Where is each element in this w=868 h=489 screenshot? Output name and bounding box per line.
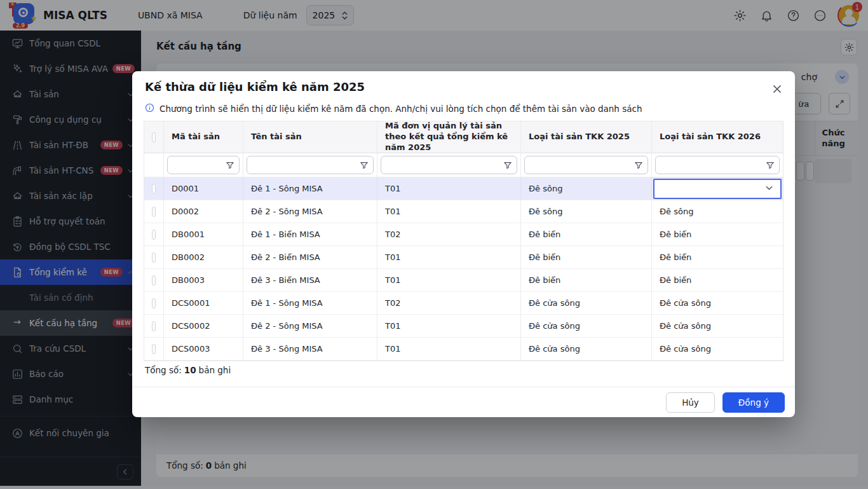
modal-title: Kế thừa dữ liệu kiểm kê năm 2025 <box>145 80 365 93</box>
row-checkbox[interactable] <box>152 344 156 354</box>
cell-asset-code: DCS0003 <box>164 338 243 360</box>
table-row[interactable]: DB0001 Đê 1 - Biển MISA T02 Đê biển Đê b… <box>144 223 783 246</box>
cell-asset-code: D0001 <box>164 177 243 200</box>
row-checkbox[interactable] <box>152 298 156 308</box>
cell-type-2026: Đê cửa sông <box>652 315 783 337</box>
modal-total: Tổng số: 10 bản ghi <box>145 365 231 375</box>
filter-cell <box>521 153 652 177</box>
row-checkbox[interactable] <box>152 184 156 194</box>
cell-asset-name: Đê 2 - Sông MISA <box>243 200 377 223</box>
cell-type-2025: Đê biển <box>521 223 652 245</box>
cell-asset-name: Đê 1 - Sông MISA <box>243 292 377 314</box>
cell-type-2026: Đê cửa sông <box>652 292 783 314</box>
cell-asset-name: Đê 2 - Biển MISA <box>243 246 377 268</box>
cell-type-2026: Đê biển <box>652 269 783 291</box>
table-row[interactable]: D0001 Đê 1 - Sông MISA T01 Đê sông <box>144 177 783 200</box>
cell-asset-name: Đê 1 - Sông MISA <box>243 177 377 200</box>
funnel-icon[interactable] <box>499 156 517 174</box>
cell-type-2025: Đê sông <box>521 200 652 223</box>
inherit-table: Mã tài sảnTên tài sảnMã đơn vị quản lý t… <box>144 121 783 361</box>
cell-type-2025: Đê cửa sông <box>521 338 652 360</box>
cell-type-2026: Đê biển <box>652 223 783 245</box>
cell-type-2025: Đê cửa sông <box>521 292 652 314</box>
info-icon <box>145 103 154 114</box>
cell-unit-code: T01 <box>377 246 521 268</box>
cell-unit-code: T01 <box>377 269 521 291</box>
cell-type-2026: Đê sông <box>652 200 783 223</box>
table-row[interactable]: D0002 Đê 2 - Sông MISA T01 Đê sông Đê sô… <box>144 200 783 223</box>
cell-asset-code: DCS0001 <box>164 292 243 314</box>
table-row[interactable]: DCS0001 Đê 1 - Sông MISA T02 Đê cửa sông… <box>144 292 783 315</box>
filter-input[interactable] <box>381 156 499 174</box>
cell-unit-code: T01 <box>377 315 521 337</box>
cell-asset-name: Đê 3 - Sông MISA <box>243 338 377 360</box>
row-checkbox[interactable] <box>152 207 156 217</box>
cell-asset-code: D0002 <box>164 200 243 223</box>
column-header: Mã đơn vị quản lý tài sản theo kết quả t… <box>377 121 521 153</box>
cell-type-2026: Đê biển <box>652 246 783 268</box>
cell-type-2025: Đê cửa sông <box>521 315 652 337</box>
filter-input[interactable] <box>247 156 355 174</box>
funnel-icon[interactable] <box>221 156 239 174</box>
column-header: Mã tài sản <box>164 121 243 153</box>
cell-asset-code: DB0001 <box>164 223 243 245</box>
modal-info-text: Chương trình sẽ hiển thị dữ liệu kiểm kê… <box>159 104 642 114</box>
table-row[interactable]: DCS0003 Đê 3 - Sông MISA T01 Đê cửa sông… <box>144 338 783 361</box>
row-checkbox[interactable] <box>152 321 156 331</box>
cell-asset-code: DB0003 <box>164 269 243 291</box>
filter-cell <box>243 153 377 177</box>
row-checkbox[interactable] <box>152 230 156 240</box>
funnel-icon[interactable] <box>355 156 373 174</box>
column-header: Tên tài sản <box>243 121 377 153</box>
cancel-button[interactable]: Hủy <box>666 392 715 413</box>
filter-input[interactable] <box>525 156 630 174</box>
cell-asset-name: Đê 3 - Biển MISA <box>243 269 377 291</box>
cell-type-2026: Đê cửa sông <box>652 338 783 360</box>
dropdown-chevron-icon <box>764 183 774 195</box>
cell-type-2025: Đê biển <box>521 269 652 291</box>
cell-type-2026 <box>652 177 783 200</box>
cell-unit-code: T01 <box>377 338 521 360</box>
modal-total-value: 10 <box>184 365 196 375</box>
filter-input[interactable] <box>656 156 761 174</box>
cell-asset-code: DB0002 <box>164 246 243 268</box>
funnel-icon[interactable] <box>761 156 779 174</box>
select-all-checkbox[interactable] <box>152 132 156 142</box>
cell-asset-name: Đê 1 - Biển MISA <box>243 223 377 245</box>
modal-footer: Hủy Đồng ý <box>132 387 795 417</box>
filter-cell <box>164 153 243 177</box>
column-header: Loại tài sản TKK 2025 <box>521 121 652 153</box>
filter-cell <box>377 153 521 177</box>
row-checkbox[interactable] <box>152 275 156 286</box>
table-row[interactable]: DCS0002 Đê 2 - Sông MISA T01 Đê cửa sông… <box>144 315 783 338</box>
confirm-button[interactable]: Đồng ý <box>722 392 785 413</box>
table-row[interactable]: DB0002 Đê 2 - Biển MISA T01 Đê biển Đê b… <box>144 246 783 269</box>
cell-unit-code: T01 <box>377 177 521 200</box>
app-window: ★ ★ 2.9 MISA QLTS UBND xã MISA Dữ liệu n… <box>0 0 868 489</box>
cell-type-2025: Đê sông <box>521 177 652 200</box>
cell-unit-code: T02 <box>377 292 521 314</box>
cell-asset-name: Đê 2 - Sông MISA <box>243 315 377 337</box>
cell-unit-code: T01 <box>377 200 521 223</box>
modal-total-label: Tổng số: <box>145 365 182 375</box>
row-checkbox[interactable] <box>152 252 156 263</box>
modal-info: Chương trình sẽ hiển thị dữ liệu kiểm kê… <box>145 103 642 114</box>
table-row[interactable]: DB0003 Đê 3 - Biển MISA T01 Đê biển Đê b… <box>144 269 783 292</box>
cell-type-2025: Đê biển <box>521 246 652 268</box>
inherit-data-modal: Kế thừa dữ liệu kiểm kê năm 2025 Chương … <box>132 71 795 417</box>
table-filter-row <box>144 153 783 177</box>
filter-input[interactable] <box>168 156 221 174</box>
cell-unit-code: T02 <box>377 223 521 245</box>
type-2026-dropdown[interactable] <box>653 179 782 199</box>
table-header-row: Mã tài sảnTên tài sảnMã đơn vị quản lý t… <box>144 121 783 153</box>
filter-cell <box>652 153 783 177</box>
modal-total-unit: bản ghi <box>199 365 231 375</box>
close-icon[interactable] <box>770 81 785 97</box>
funnel-icon[interactable] <box>630 156 648 174</box>
cell-asset-code: DCS0002 <box>164 315 243 337</box>
column-header: Loại tài sản TKK 2026 <box>652 121 783 153</box>
